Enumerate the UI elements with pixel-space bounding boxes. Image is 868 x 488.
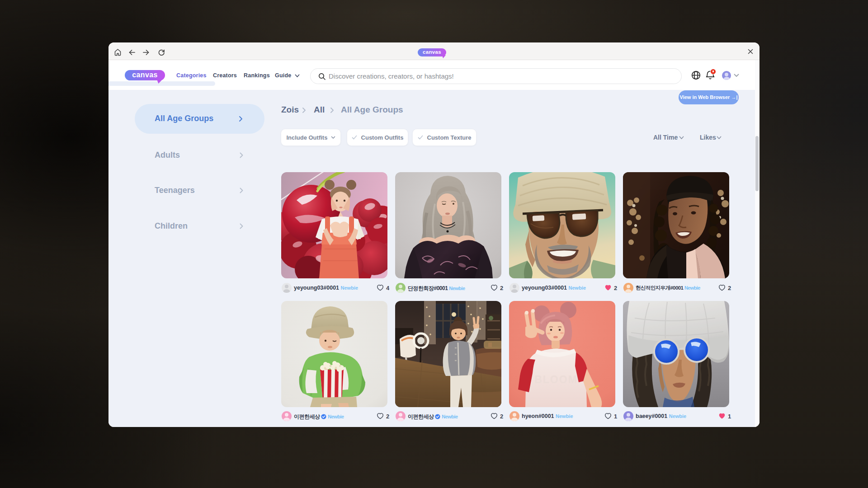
svg-text:BLOOM: BLOOM [534,374,578,385]
